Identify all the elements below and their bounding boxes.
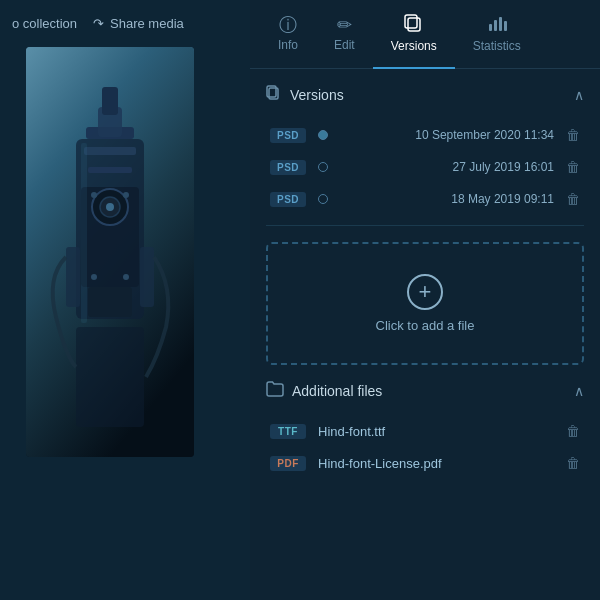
svg-rect-20 [408, 18, 420, 31]
tab-statistics-label: Statistics [473, 39, 521, 53]
file-type-2: PDF [270, 456, 306, 471]
svg-rect-12 [140, 247, 154, 307]
additional-files-collapse-icon[interactable]: ∧ [574, 383, 584, 399]
file-delete-2[interactable]: 🗑 [566, 455, 580, 471]
svg-rect-21 [405, 15, 417, 28]
file-delete-1[interactable]: 🗑 [566, 423, 580, 439]
share-media-link[interactable]: ↷ Share media [93, 16, 184, 31]
additional-files-title-group: Additional files [266, 381, 382, 401]
version-type-1: PSD [270, 128, 306, 143]
right-panel: ⓘ Info ✏ Edit Versions [250, 0, 600, 600]
svg-rect-11 [66, 247, 80, 307]
tab-versions[interactable]: Versions [373, 0, 455, 69]
share-media-label: Share media [110, 16, 184, 31]
add-file-icon: + [407, 274, 443, 310]
version-date-1: 10 September 2020 11:34 [340, 128, 554, 142]
svg-point-17 [91, 274, 97, 280]
svg-rect-6 [88, 167, 132, 173]
asset-preview [26, 47, 194, 457]
svg-point-18 [123, 274, 129, 280]
tab-info-label: Info [278, 38, 298, 52]
collection-label: o collection [12, 16, 77, 31]
tab-versions-label: Versions [391, 39, 437, 53]
add-file-button[interactable]: + Click to add a file [266, 242, 584, 365]
top-bar: o collection ↷ Share media [0, 0, 220, 47]
add-file-label: Click to add a file [376, 318, 475, 333]
svg-rect-14 [76, 327, 144, 427]
version-dot-2 [318, 162, 328, 172]
versions-section-header: Versions ∧ [266, 85, 584, 105]
versions-divider [266, 225, 584, 226]
version-delete-2[interactable]: 🗑 [566, 159, 580, 175]
svg-rect-25 [504, 21, 507, 31]
left-panel: o collection ↷ Share media [0, 0, 220, 600]
version-dot-3 [318, 194, 328, 204]
tab-bar: ⓘ Info ✏ Edit Versions [250, 0, 600, 69]
version-type-2: PSD [270, 160, 306, 175]
svg-rect-13 [88, 287, 132, 317]
svg-rect-24 [499, 17, 502, 31]
version-row-3: PSD 18 May 2019 09:11 🗑 [266, 183, 584, 215]
tab-info[interactable]: ⓘ Info [260, 0, 316, 69]
svg-rect-5 [84, 147, 136, 155]
version-dot-1 [318, 130, 328, 140]
versions-section-title-group: Versions [266, 85, 344, 105]
versions-section-icon [266, 85, 282, 105]
version-delete-3[interactable]: 🗑 [566, 191, 580, 207]
additional-files-label: Additional files [292, 383, 382, 399]
svg-point-16 [123, 192, 129, 198]
version-delete-1[interactable]: 🗑 [566, 127, 580, 143]
file-row-1: TTF Hind-font.ttf 🗑 [266, 415, 584, 447]
info-icon: ⓘ [279, 16, 297, 34]
file-name-2: Hind-font-License.pdf [318, 456, 554, 471]
version-date-2: 27 July 2019 16:01 [340, 160, 554, 174]
version-date-3: 18 May 2019 09:11 [340, 192, 554, 206]
additional-files-section-header: Additional files ∧ [266, 381, 584, 401]
statistics-icon [487, 14, 507, 35]
versions-section-label: Versions [290, 87, 344, 103]
versions-icon [404, 14, 424, 35]
svg-point-15 [91, 192, 97, 198]
version-row-2: PSD 27 July 2019 16:01 🗑 [266, 151, 584, 183]
tab-statistics[interactable]: Statistics [455, 0, 539, 69]
version-type-3: PSD [270, 192, 306, 207]
share-arrow-icon: ↷ [93, 16, 104, 31]
asset-image [26, 47, 194, 457]
svg-point-10 [106, 203, 114, 211]
version-row-1: PSD 10 September 2020 11:34 🗑 [266, 119, 584, 151]
svg-rect-23 [494, 20, 497, 31]
svg-rect-19 [81, 143, 87, 323]
tab-edit-label: Edit [334, 38, 355, 52]
folder-icon [266, 381, 284, 401]
file-row-2: PDF Hind-font-License.pdf 🗑 [266, 447, 584, 479]
file-type-1: TTF [270, 424, 306, 439]
versions-collapse-icon[interactable]: ∧ [574, 87, 584, 103]
collection-link[interactable]: o collection [12, 16, 77, 31]
file-name-1: Hind-font.ttf [318, 424, 554, 439]
svg-rect-3 [102, 87, 118, 115]
edit-icon: ✏ [337, 16, 352, 34]
svg-rect-22 [489, 24, 492, 31]
versions-content: Versions ∧ PSD 10 September 2020 11:34 🗑… [250, 69, 600, 599]
tab-edit[interactable]: ✏ Edit [316, 0, 373, 69]
